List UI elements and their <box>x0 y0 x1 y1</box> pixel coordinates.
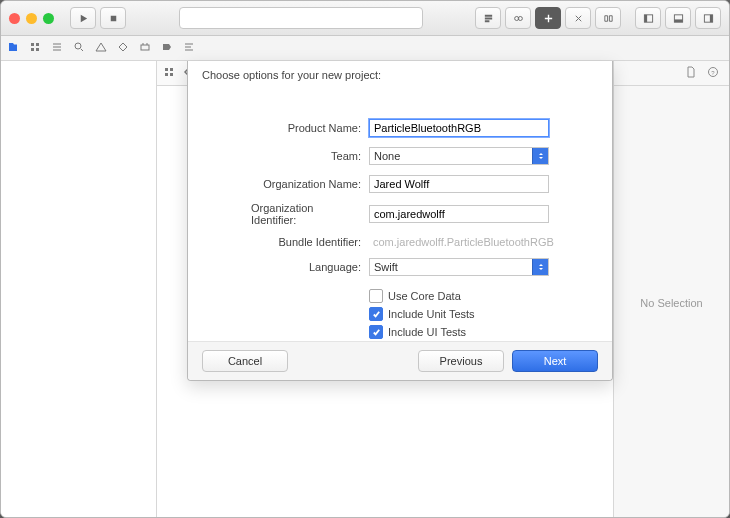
cancel-button[interactable]: Cancel <box>202 350 288 372</box>
use-core-data-label: Use Core Data <box>388 290 461 302</box>
inspector-area: ? No Selection <box>613 61 729 518</box>
org-identifier-field[interactable] <box>369 205 549 223</box>
zoom-window-button[interactable] <box>43 13 54 24</box>
project-navigator-tab[interactable] <box>7 41 19 55</box>
titlebar <box>1 1 729 36</box>
svg-rect-4 <box>644 14 647 21</box>
minimize-window-button[interactable] <box>26 13 37 24</box>
language-select[interactable]: Swift <box>369 258 549 276</box>
debug-navigator-tab[interactable] <box>139 41 151 55</box>
product-name-label: Product Name: <box>288 122 361 134</box>
svg-rect-12 <box>36 48 39 51</box>
org-name-field[interactable] <box>369 175 549 193</box>
xcode-window: Choose options for your new project: Pro… <box>0 0 730 518</box>
svg-rect-15 <box>165 68 168 71</box>
workspace: Choose options for your new project: Pro… <box>1 61 729 518</box>
version-editor-button[interactable] <box>565 7 591 29</box>
include-unit-tests-label: Include Unit Tests <box>388 308 475 320</box>
bundle-identifier-label: Bundle Identifier: <box>278 236 361 248</box>
include-ui-tests-checkbox[interactable] <box>369 325 383 339</box>
use-core-data-checkbox[interactable] <box>369 289 383 303</box>
include-unit-tests-checkbox[interactable] <box>369 307 383 321</box>
project-options-form: Product Name: Team: None Organization Na… <box>251 117 549 341</box>
related-items-icon[interactable] <box>163 66 175 80</box>
next-button[interactable]: Next <box>512 350 598 372</box>
run-controls <box>70 7 126 29</box>
toggle-navigator-button[interactable] <box>635 7 661 29</box>
quick-help-tab[interactable]: ? <box>707 66 719 80</box>
code-review-button[interactable] <box>595 7 621 29</box>
svg-text:?: ? <box>711 70 715 76</box>
chevron-updown-icon <box>532 148 548 164</box>
file-inspector-tab[interactable] <box>685 66 697 80</box>
svg-rect-8 <box>709 14 712 21</box>
svg-rect-0 <box>110 15 116 21</box>
svg-rect-9 <box>31 43 34 46</box>
run-button[interactable] <box>70 7 96 29</box>
svg-rect-17 <box>165 73 168 76</box>
library-button[interactable] <box>535 7 561 29</box>
team-label: Team: <box>331 150 361 162</box>
report-navigator-tab[interactable] <box>183 41 195 55</box>
org-identifier-label: Organization Identifier: <box>251 202 361 226</box>
org-name-label: Organization Name: <box>263 178 361 190</box>
editor-standard-button[interactable] <box>475 7 501 29</box>
test-navigator-tab[interactable] <box>117 41 129 55</box>
sheet-footer: Cancel Previous Next <box>188 341 612 380</box>
editor-area: Choose options for your new project: Pro… <box>157 61 613 518</box>
language-label: Language: <box>309 261 361 273</box>
source-control-navigator-tab[interactable] <box>29 41 41 55</box>
svg-rect-6 <box>674 19 682 22</box>
language-select-value: Swift <box>374 261 398 273</box>
breakpoint-navigator-tab[interactable] <box>161 41 173 55</box>
include-ui-tests-label: Include UI Tests <box>388 326 466 338</box>
toggle-inspector-button[interactable] <box>695 7 721 29</box>
issue-navigator-tab[interactable] <box>95 41 107 55</box>
new-project-options-sheet: Choose options for your new project: Pro… <box>187 61 613 381</box>
activity-viewer <box>132 7 469 29</box>
symbol-navigator-tab[interactable] <box>51 41 63 55</box>
editor-assistant-button[interactable] <box>505 7 531 29</box>
activity-field[interactable] <box>179 7 423 29</box>
find-navigator-tab[interactable] <box>73 41 85 55</box>
close-window-button[interactable] <box>9 13 20 24</box>
inspector-empty-label: No Selection <box>614 86 729 518</box>
svg-rect-18 <box>170 73 173 76</box>
navigator-area <box>1 61 157 518</box>
svg-rect-14 <box>141 45 149 50</box>
previous-button[interactable]: Previous <box>418 350 504 372</box>
svg-rect-10 <box>36 43 39 46</box>
svg-rect-16 <box>170 68 173 71</box>
chevron-updown-icon <box>532 259 548 275</box>
team-select[interactable]: None <box>369 147 549 165</box>
toggle-debug-button[interactable] <box>665 7 691 29</box>
team-select-value: None <box>374 150 400 162</box>
navigator-selector-bar <box>1 36 729 61</box>
svg-rect-11 <box>31 48 34 51</box>
product-name-field[interactable] <box>369 119 549 137</box>
inspector-selector-bar: ? <box>614 61 729 86</box>
sheet-title: Choose options for your new project: <box>188 61 612 87</box>
svg-point-13 <box>75 43 81 49</box>
stop-button[interactable] <box>100 7 126 29</box>
bundle-identifier-value: com.jaredwolff.ParticleBluetoothRGB <box>369 236 549 248</box>
